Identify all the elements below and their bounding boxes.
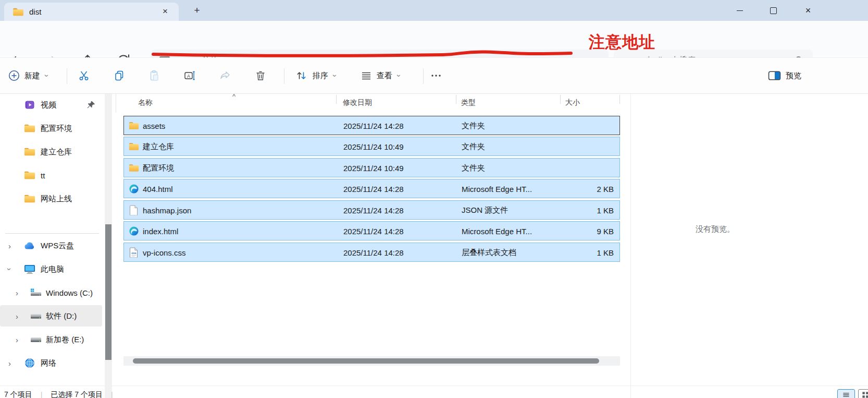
file-row[interactable]: 配置环境2025/11/24 10:49文件夹 — [123, 158, 620, 177]
folder-icon — [129, 141, 139, 152]
sort-icon — [295, 70, 308, 81]
sidebar-item-label: 配置环境 — [41, 123, 72, 133]
new-tab-button[interactable]: + — [190, 4, 204, 17]
horizontal-scrollbar-thumb[interactable] — [133, 358, 599, 364]
cloud-icon — [24, 240, 35, 251]
column-divider[interactable] — [336, 95, 337, 104]
file-type: 文件夹 — [462, 120, 485, 130]
expander-chevron-icon[interactable]: › — [16, 335, 18, 344]
window-tab[interactable]: dist × — [4, 3, 179, 21]
sidebar-item-label: 建立仓库 — [41, 147, 72, 156]
drive-icon — [30, 334, 42, 345]
file-row[interactable]: 建立仓库2025/11/24 10:49文件夹 — [123, 137, 620, 156]
sidebar-item[interactable]: ›WPS云盘 — [0, 235, 102, 256]
command-toolbar: 新建 › A 排序 › 查看 › 预览 — [0, 57, 868, 94]
sidebar-item[interactable]: ›此电脑 — [0, 258, 102, 280]
file-size: 1 KB — [597, 248, 614, 257]
view-label: 查看 — [377, 71, 392, 81]
copy-button[interactable] — [114, 58, 125, 93]
share-button[interactable] — [219, 58, 231, 93]
expander-chevron-icon[interactable]: › — [16, 311, 18, 320]
svg-text:css: css — [132, 251, 137, 254]
sidebar-item[interactable]: tt — [0, 164, 102, 186]
sidebar-item[interactable]: ›Windows (C:) — [0, 282, 102, 303]
file-row[interactable]: index.html2025/11/24 14:28Microsoft Edge… — [123, 221, 620, 240]
sort-label: 排序 — [313, 71, 328, 81]
sidebar-item[interactable]: ›网络 — [0, 352, 102, 373]
preview-toggle-button[interactable]: 预览 — [768, 58, 801, 93]
file-icon — [129, 205, 139, 215]
details-view-button[interactable] — [837, 389, 855, 398]
sidebar-item[interactable]: 网站上线 — [0, 188, 102, 209]
plus-circle-icon — [8, 70, 20, 81]
file-date: 2025/11/24 14:28 — [343, 121, 404, 130]
column-header-size[interactable]: 大小 — [565, 98, 580, 107]
folder-icon — [13, 7, 24, 17]
sidebar-scrollbar-thumb[interactable] — [105, 224, 111, 360]
paste-button[interactable] — [148, 58, 160, 93]
sort-button[interactable]: 排序 › — [295, 58, 337, 93]
file-name: 建立仓库 — [143, 141, 174, 151]
sidebar-item[interactable]: 视频 — [0, 94, 102, 115]
sidebar-item-label: tt — [41, 171, 45, 179]
sidebar-item-label: 软件 (D:) — [46, 311, 77, 321]
column-divider[interactable] — [560, 95, 561, 104]
annotation-underline — [151, 48, 574, 59]
rename-button[interactable]: A — [184, 58, 195, 93]
navigation-sidebar: 视频配置环境建立仓库tt网站上线 ›WPS云盘›此电脑›Windows (C:)… — [0, 94, 114, 398]
file-date: 2025/11/24 10:49 — [343, 142, 404, 151]
file-type: 文件夹 — [462, 163, 485, 173]
file-row[interactable]: 404.html2025/11/24 14:28Microsoft Edge H… — [123, 179, 620, 198]
file-row[interactable]: assets2025/11/24 14:28文件夹 — [123, 116, 620, 135]
file-name: 配置环境 — [143, 163, 174, 173]
expander-chevron-icon[interactable]: › — [8, 241, 11, 250]
sidebar-item[interactable]: 建立仓库 — [0, 141, 102, 162]
file-type: 层叠样式表文档 — [462, 247, 516, 257]
file-row[interactable]: cssvp-icons.css2025/11/24 14:28层叠样式表文档1 … — [123, 243, 620, 262]
list-lines-icon — [842, 391, 850, 398]
status-divider: | — [111, 391, 113, 398]
sidebar-item[interactable]: ›软件 (D:) — [0, 305, 102, 327]
icons-view-button[interactable] — [858, 389, 868, 398]
file-name: hashmap.json — [143, 206, 191, 214]
file-row[interactable]: hashmap.json2025/11/24 14:28JSON 源文件1 KB — [123, 200, 620, 220]
folder-icon — [24, 147, 35, 157]
toolbar-separator — [284, 68, 284, 84]
close-button[interactable]: × — [796, 0, 820, 21]
tab-close-icon[interactable]: × — [160, 6, 170, 17]
new-button[interactable]: 新建 › — [8, 58, 48, 93]
column-header-date[interactable]: 修改日期 — [343, 98, 372, 107]
preview-pane-icon — [768, 70, 781, 81]
expander-chevron-icon[interactable]: › — [5, 268, 14, 270]
sidebar-item-label: Windows (C:) — [46, 288, 93, 297]
expander-chevron-icon[interactable]: › — [8, 358, 11, 367]
file-type: 文件夹 — [462, 141, 485, 151]
new-label: 新建 — [24, 71, 40, 81]
drive-icon — [30, 311, 42, 321]
svg-text:A: A — [187, 74, 190, 79]
file-type: Microsoft Edge HT... — [462, 184, 532, 193]
sort-ascending-icon: ^ — [232, 92, 235, 100]
status-divider: | — [41, 391, 43, 398]
column-divider[interactable] — [619, 95, 620, 104]
column-header-name[interactable]: 名称 — [138, 98, 153, 107]
more-button[interactable] — [430, 58, 442, 93]
sidebar-item[interactable]: 配置环境 — [0, 117, 102, 139]
expander-chevron-icon[interactable]: › — [16, 288, 18, 297]
column-divider[interactable] — [456, 95, 456, 104]
sidebar-item-label: 视频 — [41, 100, 56, 110]
chevron-down-icon: › — [331, 75, 339, 77]
cut-button[interactable] — [78, 58, 90, 93]
folder-icon — [24, 170, 35, 180]
delete-button[interactable] — [255, 58, 266, 93]
minimize-button[interactable] — [728, 0, 752, 21]
video-icon — [24, 100, 35, 110]
file-name: index.html — [143, 226, 178, 235]
restore-button[interactable] — [761, 0, 785, 21]
sidebar-item[interactable]: ›新加卷 (E:) — [0, 329, 102, 350]
view-button[interactable]: 查看 › — [361, 58, 401, 93]
sidebar-item-label: 新加卷 (E:) — [46, 334, 84, 344]
column-header-type[interactable]: 类型 — [461, 98, 476, 107]
file-name: assets — [143, 121, 165, 130]
edge-icon — [129, 184, 139, 194]
